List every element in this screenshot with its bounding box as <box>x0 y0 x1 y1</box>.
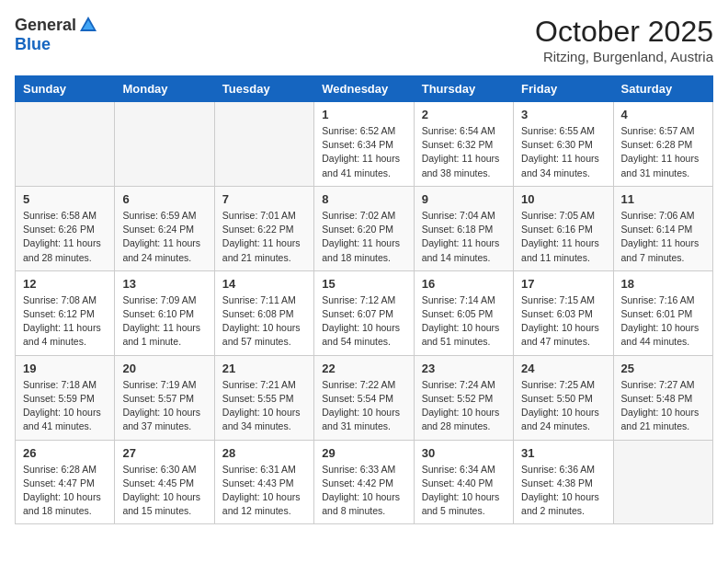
calendar-cell: 5Sunrise: 6:58 AM Sunset: 6:26 PM Daylig… <box>16 186 115 270</box>
day-number: 27 <box>122 446 206 460</box>
day-info: Sunrise: 7:11 AM Sunset: 6:08 PM Dayligh… <box>222 293 306 350</box>
calendar-header-row: SundayMondayTuesdayWednesdayThursdayFrid… <box>16 76 713 102</box>
day-number: 15 <box>322 277 405 291</box>
day-info: Sunrise: 6:54 AM Sunset: 6:32 PM Dayligh… <box>422 124 506 180</box>
month-title: October 2025 <box>535 15 713 49</box>
day-info: Sunrise: 7:27 AM Sunset: 5:48 PM Dayligh… <box>621 378 705 434</box>
calendar-cell: 30Sunrise: 6:34 AM Sunset: 4:40 PM Dayli… <box>414 440 513 524</box>
calendar-cell: 31Sunrise: 6:36 AM Sunset: 4:38 PM Dayli… <box>514 440 613 524</box>
calendar-cell: 24Sunrise: 7:25 AM Sunset: 5:50 PM Dayli… <box>514 355 613 440</box>
day-number: 28 <box>222 446 306 460</box>
day-number: 21 <box>222 362 306 375</box>
day-info: Sunrise: 7:02 AM Sunset: 6:20 PM Dayligh… <box>322 209 405 265</box>
day-number: 17 <box>521 277 605 291</box>
day-number: 18 <box>621 277 705 291</box>
calendar-cell: 21Sunrise: 7:21 AM Sunset: 5:55 PM Dayli… <box>214 355 313 440</box>
logo-icon <box>78 15 98 35</box>
day-number: 24 <box>521 362 605 375</box>
day-number: 29 <box>322 446 405 460</box>
day-info: Sunrise: 7:05 AM Sunset: 6:16 PM Dayligh… <box>521 209 605 265</box>
calendar-week-row: 19Sunrise: 7:18 AM Sunset: 5:59 PM Dayli… <box>16 355 713 440</box>
day-number: 12 <box>23 277 107 291</box>
calendar-cell: 17Sunrise: 7:15 AM Sunset: 6:03 PM Dayli… <box>514 270 613 355</box>
day-info: Sunrise: 6:34 AM Sunset: 4:40 PM Dayligh… <box>422 463 506 519</box>
calendar-cell: 8Sunrise: 7:02 AM Sunset: 6:20 PM Daylig… <box>314 186 414 270</box>
day-number: 2 <box>422 108 506 121</box>
day-info: Sunrise: 7:08 AM Sunset: 6:12 PM Dayligh… <box>23 293 107 350</box>
day-number: 5 <box>23 192 107 206</box>
calendar-cell <box>613 440 712 524</box>
calendar-cell: 27Sunrise: 6:30 AM Sunset: 4:45 PM Dayli… <box>115 440 214 524</box>
calendar-cell <box>16 102 115 187</box>
calendar-header-saturday: Saturday <box>613 76 712 102</box>
calendar-cell: 25Sunrise: 7:27 AM Sunset: 5:48 PM Dayli… <box>613 355 712 440</box>
day-info: Sunrise: 7:12 AM Sunset: 6:07 PM Dayligh… <box>322 293 405 350</box>
calendar-cell: 4Sunrise: 6:57 AM Sunset: 6:28 PM Daylig… <box>613 102 712 187</box>
day-number: 3 <box>521 108 605 121</box>
calendar-week-row: 5Sunrise: 6:58 AM Sunset: 6:26 PM Daylig… <box>16 186 713 270</box>
title-area: October 2025 Ritzing, Burgenland, Austri… <box>535 15 713 64</box>
calendar-table: SundayMondayTuesdayWednesdayThursdayFrid… <box>15 75 713 524</box>
day-info: Sunrise: 7:22 AM Sunset: 5:54 PM Dayligh… <box>322 378 405 434</box>
day-info: Sunrise: 7:15 AM Sunset: 6:03 PM Dayligh… <box>521 293 605 350</box>
day-info: Sunrise: 7:21 AM Sunset: 5:55 PM Dayligh… <box>222 378 306 434</box>
calendar-cell: 6Sunrise: 6:59 AM Sunset: 6:24 PM Daylig… <box>115 186 214 270</box>
day-info: Sunrise: 6:55 AM Sunset: 6:30 PM Dayligh… <box>521 124 605 180</box>
calendar-header-monday: Monday <box>115 76 214 102</box>
calendar-header-wednesday: Wednesday <box>314 76 414 102</box>
page-header: General Blue October 2025 Ritzing, Burge… <box>15 15 713 64</box>
calendar-cell: 11Sunrise: 7:06 AM Sunset: 6:14 PM Dayli… <box>613 186 712 270</box>
calendar-week-row: 1Sunrise: 6:52 AM Sunset: 6:34 PM Daylig… <box>16 102 713 187</box>
calendar-cell <box>214 102 313 187</box>
calendar-cell: 3Sunrise: 6:55 AM Sunset: 6:30 PM Daylig… <box>514 102 613 187</box>
day-info: Sunrise: 6:28 AM Sunset: 4:47 PM Dayligh… <box>23 463 107 519</box>
day-info: Sunrise: 7:06 AM Sunset: 6:14 PM Dayligh… <box>621 209 705 265</box>
day-info: Sunrise: 6:33 AM Sunset: 4:42 PM Dayligh… <box>322 463 405 519</box>
day-number: 4 <box>621 108 705 121</box>
day-info: Sunrise: 6:52 AM Sunset: 6:34 PM Dayligh… <box>322 124 405 180</box>
calendar-cell: 1Sunrise: 6:52 AM Sunset: 6:34 PM Daylig… <box>314 102 414 187</box>
day-number: 20 <box>122 362 206 375</box>
calendar-cell: 16Sunrise: 7:14 AM Sunset: 6:05 PM Dayli… <box>414 270 513 355</box>
calendar-cell: 20Sunrise: 7:19 AM Sunset: 5:57 PM Dayli… <box>115 355 214 440</box>
calendar-cell: 26Sunrise: 6:28 AM Sunset: 4:47 PM Dayli… <box>16 440 115 524</box>
day-info: Sunrise: 7:24 AM Sunset: 5:52 PM Dayligh… <box>422 378 506 434</box>
logo-general-text: General <box>15 16 76 35</box>
day-number: 23 <box>422 362 506 375</box>
day-info: Sunrise: 7:18 AM Sunset: 5:59 PM Dayligh… <box>23 378 107 434</box>
day-number: 8 <box>322 192 405 206</box>
day-number: 25 <box>621 362 705 375</box>
day-number: 6 <box>122 192 206 206</box>
day-number: 9 <box>422 192 506 206</box>
calendar-cell: 13Sunrise: 7:09 AM Sunset: 6:10 PM Dayli… <box>115 270 214 355</box>
day-info: Sunrise: 6:31 AM Sunset: 4:43 PM Dayligh… <box>222 463 306 519</box>
calendar-cell: 29Sunrise: 6:33 AM Sunset: 4:42 PM Dayli… <box>314 440 414 524</box>
calendar-cell: 18Sunrise: 7:16 AM Sunset: 6:01 PM Dayli… <box>613 270 712 355</box>
day-number: 30 <box>422 446 506 460</box>
day-info: Sunrise: 6:36 AM Sunset: 4:38 PM Dayligh… <box>521 463 605 519</box>
calendar-header-friday: Friday <box>514 76 613 102</box>
day-number: 16 <box>422 277 506 291</box>
calendar-cell: 7Sunrise: 7:01 AM Sunset: 6:22 PM Daylig… <box>214 186 313 270</box>
day-info: Sunrise: 7:04 AM Sunset: 6:18 PM Dayligh… <box>422 209 506 265</box>
calendar-cell: 14Sunrise: 7:11 AM Sunset: 6:08 PM Dayli… <box>214 270 313 355</box>
day-number: 31 <box>521 446 605 460</box>
day-info: Sunrise: 7:09 AM Sunset: 6:10 PM Dayligh… <box>122 293 206 350</box>
day-info: Sunrise: 6:30 AM Sunset: 4:45 PM Dayligh… <box>122 463 206 519</box>
calendar-week-row: 12Sunrise: 7:08 AM Sunset: 6:12 PM Dayli… <box>16 270 713 355</box>
location-subtitle: Ritzing, Burgenland, Austria <box>535 49 713 64</box>
calendar-cell: 15Sunrise: 7:12 AM Sunset: 6:07 PM Dayli… <box>314 270 414 355</box>
day-info: Sunrise: 7:14 AM Sunset: 6:05 PM Dayligh… <box>422 293 506 350</box>
calendar-header-sunday: Sunday <box>16 76 115 102</box>
calendar-header-tuesday: Tuesday <box>214 76 313 102</box>
day-number: 7 <box>222 192 306 206</box>
calendar-cell <box>115 102 214 187</box>
calendar-cell: 9Sunrise: 7:04 AM Sunset: 6:18 PM Daylig… <box>414 186 513 270</box>
day-number: 26 <box>23 446 107 460</box>
day-number: 10 <box>521 192 605 206</box>
calendar-cell: 28Sunrise: 6:31 AM Sunset: 4:43 PM Dayli… <box>214 440 313 524</box>
day-info: Sunrise: 7:01 AM Sunset: 6:22 PM Dayligh… <box>222 209 306 265</box>
day-number: 1 <box>322 108 405 121</box>
day-number: 19 <box>23 362 107 375</box>
calendar-cell: 22Sunrise: 7:22 AM Sunset: 5:54 PM Dayli… <box>314 355 414 440</box>
